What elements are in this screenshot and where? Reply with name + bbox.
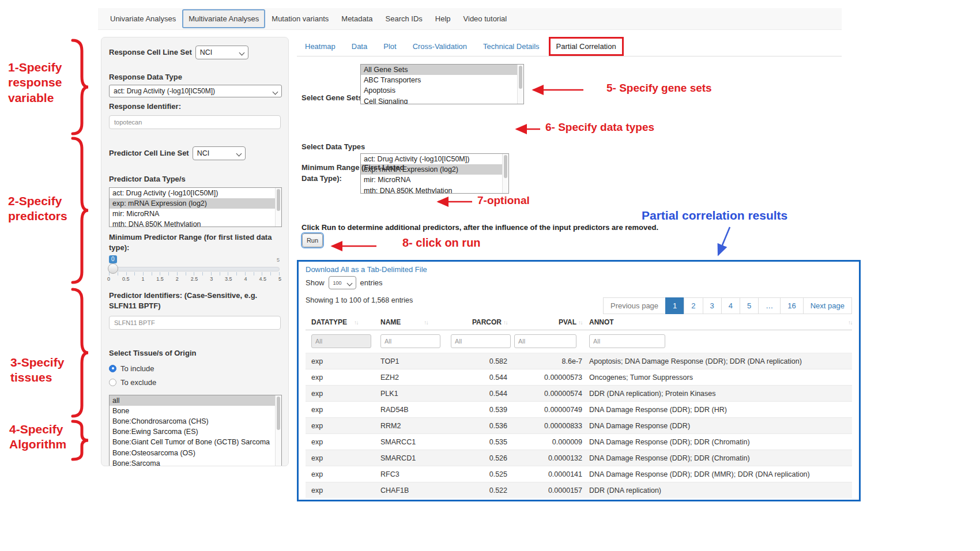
cell-name: TOP1 bbox=[375, 357, 445, 365]
response-identifier-input[interactable] bbox=[109, 115, 281, 129]
page-size-select[interactable]: 100 bbox=[329, 276, 356, 289]
table-row[interactable]: exp RAD54B 0.539 0.00000749 DNA Damage R… bbox=[306, 401, 852, 417]
scrollbar-thumb[interactable] bbox=[277, 397, 280, 430]
nav-item[interactable]: Help bbox=[429, 9, 457, 28]
table-row[interactable]: exp RFC3 0.525 0.0000141 DNA Damage Resp… bbox=[306, 466, 852, 482]
table-row[interactable]: exp PLK1 0.544 0.00000574 DDR (DNA repli… bbox=[306, 385, 852, 401]
response-cell-line-set-select[interactable]: NCI bbox=[195, 46, 248, 59]
cell-parcor: 0.535 bbox=[445, 438, 508, 446]
radio-button[interactable] bbox=[109, 379, 116, 386]
gene-sets-listbox[interactable]: All Gene Sets ABC Transporters Apoptosis… bbox=[360, 64, 524, 104]
listbox-option[interactable]: ABC Transporters bbox=[361, 75, 523, 85]
brace-1 bbox=[69, 38, 91, 136]
run-button[interactable]: Run bbox=[302, 233, 323, 247]
listbox-option[interactable]: mth: DNA 850K Methylation bbox=[110, 219, 281, 227]
table-row[interactable]: exp CHAF1B 0.522 0.0000157 DDR (DNA repl… bbox=[306, 482, 852, 498]
listbox-option[interactable]: all bbox=[110, 395, 281, 406]
sort-icon[interactable]: ↑↓ bbox=[503, 319, 507, 326]
scrollbar-thumb[interactable] bbox=[277, 189, 280, 211]
page-button[interactable]: 2 bbox=[684, 297, 703, 314]
table-row[interactable]: exp EZH2 0.544 0.00000573 Oncogenes; Tum… bbox=[306, 369, 852, 385]
column-filter-input[interactable] bbox=[380, 334, 440, 348]
radio-button[interactable] bbox=[109, 365, 116, 372]
scrollbar[interactable] bbox=[275, 188, 281, 227]
table-row[interactable]: exp SMARCC1 0.535 0.000009 DNA Damage Re… bbox=[306, 433, 852, 450]
sort-icon[interactable]: ↑↓ bbox=[354, 319, 358, 326]
scrollbar-thumb[interactable] bbox=[519, 66, 522, 89]
column-filter-input[interactable] bbox=[514, 334, 576, 348]
predictor-data-types-listbox[interactable]: act: Drug Activity (-log10[IC50M]) exp: … bbox=[109, 187, 282, 227]
response-data-type-select[interactable]: act: Drug Activity (-log10[IC50M]) bbox=[109, 85, 282, 97]
scrollbar[interactable] bbox=[275, 395, 281, 467]
annotation-step2: 2-Specify predictors bbox=[8, 194, 67, 224]
column-header-datatype[interactable]: DATATYPE↑↓ bbox=[306, 318, 375, 326]
listbox-option[interactable]: Bone bbox=[110, 406, 281, 416]
listbox-option[interactable]: mir: MicroRNA bbox=[110, 209, 281, 219]
min-predictor-range-slider[interactable]: 0 5 00.511.522.533.544.55 bbox=[109, 255, 280, 283]
column-filter-input[interactable] bbox=[311, 334, 371, 348]
page-button[interactable]: 16 bbox=[780, 297, 803, 314]
listbox-option[interactable]: Bone:Sarcoma bbox=[110, 458, 281, 466]
tab[interactable]: Heatmap bbox=[298, 37, 342, 55]
sort-icon[interactable]: ↑↓ bbox=[578, 319, 582, 326]
cell-name: EZH2 bbox=[375, 373, 445, 382]
tab[interactable]: Technical Details bbox=[476, 37, 546, 55]
listbox-option[interactable]: act: Drug Activity (-log10[IC50M]) bbox=[110, 188, 281, 198]
column-header-pval[interactable]: PVAL↑↓ bbox=[508, 318, 583, 326]
table-row[interactable]: exp SMARCD1 0.526 0.0000132 DNA Damage R… bbox=[306, 450, 852, 466]
previous-page-button[interactable]: Previous page bbox=[603, 297, 666, 314]
nav-item[interactable]: Univariate Analyses bbox=[104, 9, 182, 28]
radio-row[interactable]: To include bbox=[109, 364, 281, 373]
next-page-button[interactable]: Next page bbox=[803, 297, 852, 314]
listbox-option[interactable]: exp: mRNA Expression (log2) bbox=[110, 198, 281, 209]
page-button[interactable]: … bbox=[758, 297, 781, 314]
listbox-option[interactable]: Bone:Osteosarcoma (OS) bbox=[110, 448, 281, 458]
table-filter-row bbox=[306, 330, 852, 353]
scrollbar-thumb[interactable] bbox=[504, 155, 507, 178]
listbox-option[interactable]: Bone:Ewing Sarcoma (ES) bbox=[110, 427, 281, 437]
page-button[interactable]: 4 bbox=[721, 297, 740, 314]
table-row[interactable]: exp TOP1 0.582 8.6e-7 Apoptosis; DNA Dam… bbox=[306, 353, 852, 369]
listbox-option[interactable]: Cell Signaling bbox=[361, 96, 523, 104]
predictor-identifiers-input[interactable] bbox=[109, 316, 281, 330]
radio-row[interactable]: To exclude bbox=[109, 378, 281, 387]
sort-icon[interactable]: ↑↓ bbox=[424, 319, 428, 326]
annotation-step4: 4-Specify Algorithm bbox=[9, 422, 66, 452]
tab[interactable]: Cross-Validation bbox=[406, 37, 474, 55]
arrow-optional bbox=[432, 198, 474, 206]
tab[interactable]: Plot bbox=[376, 37, 403, 55]
tick-label: 0.5 bbox=[122, 276, 130, 282]
nav-item[interactable]: Multivariate Analyses bbox=[182, 9, 265, 28]
column-header-name[interactable]: NAME↑↓ bbox=[375, 318, 445, 326]
listbox-option[interactable]: Bone:Giant Cell Tumor of Bone (GCTB) Sar… bbox=[110, 437, 281, 447]
table-row[interactable]: exp RRM2 0.536 0.00000833 DNA Damage Res… bbox=[306, 417, 852, 433]
annotation-step6: 6- Specify data types bbox=[545, 120, 654, 134]
nav-item[interactable]: Mutation variants bbox=[265, 9, 335, 28]
page-button[interactable]: 5 bbox=[740, 297, 759, 314]
column-header-parcor[interactable]: PARCOR↑↓ bbox=[445, 318, 508, 326]
scrollbar[interactable] bbox=[502, 154, 508, 193]
tick-label: 5 bbox=[278, 276, 281, 282]
download-link[interactable]: Download All as a Tab-Delimited File bbox=[306, 265, 852, 274]
annotation-step1: 1-Specify response variable bbox=[8, 60, 62, 105]
page-button[interactable]: 3 bbox=[703, 297, 722, 314]
listbox-option[interactable]: mth: DNA 850K Methylation bbox=[361, 186, 508, 194]
slider-track[interactable] bbox=[109, 267, 280, 271]
scrollbar[interactable] bbox=[517, 65, 523, 104]
sort-icon[interactable]: ↑↓ bbox=[848, 319, 852, 326]
listbox-option[interactable]: Apoptosis bbox=[361, 85, 523, 96]
tab[interactable]: Partial Correlation bbox=[549, 37, 624, 56]
column-header-annot[interactable]: ANNOT↑↓ bbox=[583, 318, 852, 326]
column-filter-input[interactable] bbox=[589, 334, 665, 348]
nav-item[interactable]: Search IDs bbox=[379, 9, 429, 28]
column-filter-input[interactable] bbox=[451, 334, 511, 348]
tick-label: 4.5 bbox=[259, 276, 266, 282]
nav-item[interactable]: Metadata bbox=[335, 9, 379, 28]
nav-item[interactable]: Video tutorial bbox=[457, 9, 514, 28]
tissue-listbox[interactable]: all Bone Bone:Chondrosarcoma (CHS) Bone:… bbox=[109, 395, 282, 467]
tab[interactable]: Data bbox=[345, 37, 374, 55]
listbox-option[interactable]: All Gene Sets bbox=[361, 65, 523, 75]
listbox-option[interactable]: Bone:Chondrosarcoma (CHS) bbox=[110, 416, 281, 427]
page-button[interactable]: 1 bbox=[665, 297, 684, 314]
predictor-cell-line-set-select[interactable]: NCI bbox=[193, 146, 246, 160]
